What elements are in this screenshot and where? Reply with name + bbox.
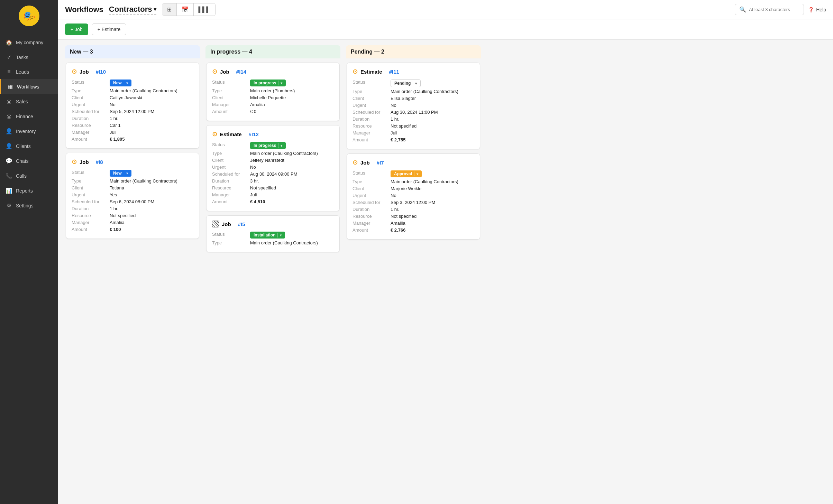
status-badge[interactable]: Installation▾ bbox=[250, 232, 285, 239]
help-button[interactable]: ❓ Help bbox=[808, 7, 826, 12]
card-card-i10[interactable]: ⊙Job #I10StatusNew▾TypeMain order (Caulk… bbox=[66, 63, 199, 149]
row-label: Duration bbox=[212, 178, 250, 184]
search-input[interactable] bbox=[749, 7, 799, 12]
column-header-pending: Pending — 2 bbox=[346, 45, 481, 58]
help-label: Help bbox=[816, 7, 826, 12]
search-box[interactable]: 🔍 bbox=[735, 4, 804, 15]
card-id[interactable]: #I5 bbox=[238, 221, 245, 227]
row-label: Scheduled for bbox=[72, 109, 110, 114]
sidebar-item-leads[interactable]: ≡Leads bbox=[0, 65, 58, 79]
card-card-i11[interactable]: ⊙Estimate #I11StatusPending▾TypeMain ord… bbox=[347, 63, 480, 149]
status-badge[interactable]: In progress▾ bbox=[250, 142, 286, 149]
sidebar-item-reports[interactable]: 📊Reports bbox=[0, 183, 58, 198]
card-row: TypeMain order (Caulking Contractors) bbox=[353, 89, 474, 94]
row-label: Status bbox=[72, 170, 110, 175]
nav-label-finance: Finance bbox=[16, 114, 33, 119]
row-value: Main order (Caulking Contractors) bbox=[391, 179, 458, 184]
add-job-button[interactable]: + Job bbox=[65, 24, 88, 35]
sidebar-item-inventory[interactable]: 👤Inventory bbox=[0, 124, 58, 139]
card-row: UrgentYes bbox=[72, 192, 193, 197]
contractors-dropdown[interactable]: Contractors ▾ bbox=[109, 5, 156, 15]
card-row-status: StatusIn progress▾ bbox=[212, 80, 334, 86]
row-value: Juli bbox=[250, 192, 257, 197]
status-badge[interactable]: Pending▾ bbox=[391, 80, 421, 87]
sidebar-item-finance[interactable]: ◎Finance bbox=[0, 109, 58, 124]
search-icon: 🔍 bbox=[739, 6, 746, 13]
sidebar-item-chats[interactable]: 💬Chats bbox=[0, 153, 58, 168]
view-grid-button[interactable]: ⊞ bbox=[162, 3, 177, 16]
nav-icon-chats: 💬 bbox=[6, 158, 12, 164]
row-label: Manager bbox=[212, 102, 250, 107]
card-prefix: Job bbox=[220, 69, 229, 75]
card-row: UrgentNo bbox=[212, 165, 334, 170]
sidebar-item-calls[interactable]: 📞Calls bbox=[0, 168, 58, 183]
sidebar-item-workflows[interactable]: ▦Workflows bbox=[0, 79, 58, 94]
sidebar-item-tasks[interactable]: ✓Tasks bbox=[0, 50, 58, 65]
sidebar-item-settings[interactable]: ⚙Settings bbox=[0, 198, 58, 213]
card-row: Duration1 hr. bbox=[353, 207, 474, 212]
card-title: Job #I5 bbox=[212, 221, 334, 227]
add-estimate-button[interactable]: + Estimate bbox=[92, 24, 127, 35]
card-card-i8[interactable]: ⊙Job #I8StatusNew▾TypeMain order (Caulki… bbox=[66, 153, 199, 239]
view-calendar-button[interactable]: 📅 bbox=[177, 3, 194, 16]
row-value: Yes bbox=[110, 192, 117, 197]
status-badge[interactable]: New▾ bbox=[110, 170, 131, 177]
card-row: Duration3 hr. bbox=[212, 178, 334, 184]
card-card-i7[interactable]: ⊙Job #I7StatusApproval▾TypeMain order (C… bbox=[347, 153, 480, 240]
nav-icon-inventory: 👤 bbox=[6, 128, 12, 134]
row-label: Manager bbox=[212, 192, 250, 197]
card-row: Scheduled forSep 3, 2024 12:00 PM bbox=[353, 200, 474, 205]
card-id[interactable]: #I11 bbox=[389, 69, 399, 75]
contractors-label: Contractors bbox=[109, 5, 152, 14]
row-value-status: New▾ bbox=[110, 80, 131, 86]
sidebar-item-sales[interactable]: ◎Sales bbox=[0, 94, 58, 109]
card-card-i14[interactable]: ⊙Job #I14StatusIn progress▾TypeMain orde… bbox=[206, 63, 340, 121]
card-icon: ⊙ bbox=[72, 158, 77, 166]
app-logo: 🎭 bbox=[19, 6, 39, 26]
card-title: ⊙Job #I8 bbox=[72, 158, 193, 166]
sidebar-item-my-company[interactable]: 🏠My company bbox=[0, 35, 58, 50]
nav-icon-calls: 📞 bbox=[6, 172, 12, 179]
card-prefix: Job bbox=[80, 159, 89, 165]
row-label: Resource bbox=[212, 185, 250, 190]
card-card-i5[interactable]: Job #I5StatusInstallation▾TypeMain order… bbox=[206, 215, 340, 252]
card-id[interactable]: #I7 bbox=[377, 160, 384, 166]
view-chart-button[interactable]: ▌▌▌ bbox=[194, 3, 215, 16]
card-row: ManagerJuli bbox=[353, 130, 474, 136]
card-row-status: StatusNew▾ bbox=[72, 80, 193, 86]
kanban-column-pending: Pending — 2⊙Estimate #I11StatusPending▾T… bbox=[346, 45, 481, 498]
view-toggle: ⊞ 📅 ▌▌▌ bbox=[162, 3, 216, 16]
row-label: Scheduled for bbox=[353, 110, 391, 115]
nav-label-settings: Settings bbox=[16, 203, 34, 208]
sidebar-item-clients[interactable]: 👤Clients bbox=[0, 139, 58, 153]
card-prefix: Estimate bbox=[360, 69, 382, 75]
row-value: Not specified bbox=[110, 213, 136, 218]
card-id[interactable]: #I10 bbox=[96, 69, 106, 75]
row-value: 1 hr. bbox=[110, 206, 118, 211]
row-value: No bbox=[250, 165, 256, 170]
row-label: Amount bbox=[353, 227, 391, 233]
status-badge[interactable]: In progress▾ bbox=[250, 80, 286, 86]
row-label: Client bbox=[212, 158, 250, 163]
card-card-i12[interactable]: ⊙Estimate #I12StatusIn progress▾TypeMain… bbox=[206, 125, 340, 211]
card-row: TypeMain order (Caulking Contractors) bbox=[212, 240, 334, 245]
chevron-down-icon: ▾ bbox=[154, 6, 156, 12]
nav-icon-settings: ⚙ bbox=[6, 202, 12, 209]
card-id[interactable]: #I12 bbox=[249, 131, 259, 137]
card-row-status: StatusIn progress▾ bbox=[212, 142, 334, 149]
card-row: ClientMarjorie Weikle bbox=[353, 186, 474, 191]
row-label: Urgent bbox=[72, 102, 110, 107]
status-badge[interactable]: Approval▾ bbox=[391, 170, 422, 177]
row-value-status: Installation▾ bbox=[250, 232, 285, 239]
nav-label-clients: Clients bbox=[16, 143, 31, 149]
row-value: Marjorie Weikle bbox=[391, 186, 421, 191]
card-row: ManagerJuli bbox=[212, 192, 334, 197]
row-label: Type bbox=[353, 89, 391, 94]
help-icon: ❓ bbox=[808, 7, 814, 12]
card-row: Amount€ 100 bbox=[72, 227, 193, 232]
status-badge[interactable]: New▾ bbox=[110, 80, 131, 86]
page-title: Workflows bbox=[65, 5, 103, 14]
card-id[interactable]: #I14 bbox=[236, 69, 246, 75]
card-id[interactable]: #I8 bbox=[96, 159, 103, 165]
card-row: ResourceNot specified bbox=[353, 123, 474, 129]
